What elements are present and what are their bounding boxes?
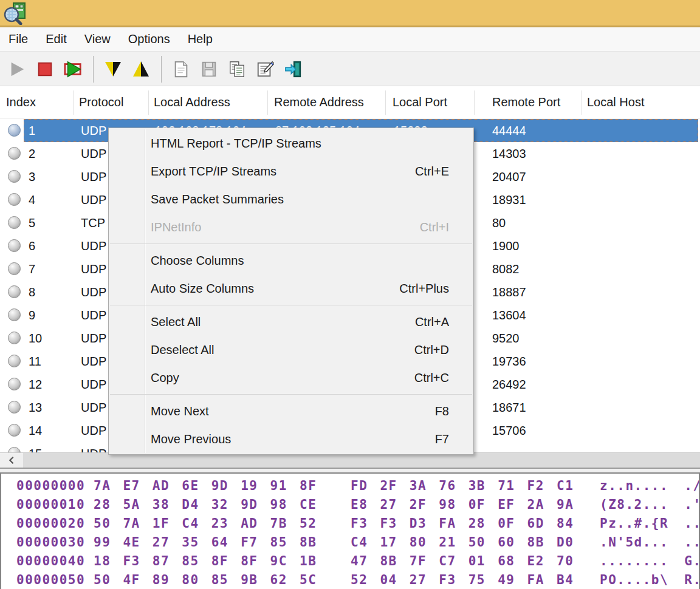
stop-capture-icon[interactable] bbox=[34, 58, 56, 80]
cell-index: 5 bbox=[29, 211, 35, 234]
toolbar-separator bbox=[161, 56, 162, 83]
hex-offset: 00000030 bbox=[16, 533, 94, 552]
run-disabled-icon[interactable] bbox=[6, 58, 28, 80]
cell-remote-port: 19736 bbox=[492, 350, 526, 373]
menu-item-label: Move Previous bbox=[151, 432, 231, 446]
filter-down-triangle-icon[interactable] bbox=[102, 58, 124, 80]
cell-remote-port: 44444 bbox=[492, 119, 526, 142]
cell-index: 13 bbox=[29, 396, 42, 419]
context-menu-item-move-next[interactable]: Move NextF8 bbox=[109, 397, 473, 425]
column-separator[interactable] bbox=[267, 90, 268, 115]
cell-remote-port: 20407 bbox=[492, 165, 526, 188]
packet-icon bbox=[8, 378, 21, 390]
cell-protocol: UDP bbox=[81, 119, 106, 142]
start-capture-icon[interactable] bbox=[62, 58, 84, 80]
column-header-local-address[interactable]: Local Address bbox=[154, 86, 230, 118]
filter-up-triangle-icon[interactable] bbox=[130, 58, 152, 80]
column-separator[interactable] bbox=[582, 90, 582, 115]
context-menu-item-deselect-all[interactable]: Deselect AllCtrl+D bbox=[109, 336, 473, 364]
menu-help[interactable]: Help bbox=[188, 32, 213, 46]
menu-item-label: Select All bbox=[151, 315, 201, 329]
hex-ascii: z..n.... ./:v;q.. bbox=[600, 477, 700, 495]
cell-index: 2 bbox=[29, 142, 35, 165]
hex-ascii: .N'5d... ...!P`.. bbox=[600, 533, 700, 552]
menu-options[interactable]: Options bbox=[128, 32, 170, 46]
cell-index: 7 bbox=[29, 257, 35, 281]
menu-bar: FileEditViewOptionsHelp bbox=[0, 27, 700, 52]
cell-index: 10 bbox=[29, 327, 42, 350]
packet-icon bbox=[8, 193, 21, 206]
context-menu-item-ipnetinfo[interactable]: IPNetInfoCtrl+I bbox=[109, 213, 473, 241]
properties-icon[interactable] bbox=[254, 58, 276, 80]
column-header-remote-address[interactable]: Remote Address bbox=[274, 86, 364, 118]
column-separator[interactable] bbox=[385, 90, 386, 115]
menu-item-label: Save Packet Summaries bbox=[151, 192, 284, 206]
column-header-index[interactable]: Index bbox=[6, 86, 36, 118]
hex-bytes: C4 17 80 21 50 60 8B D0 bbox=[351, 533, 600, 552]
hex-view-lines: 000000007A E7 AD 6E 9D 19 91 8FFD 2F 3A … bbox=[1, 474, 699, 589]
menu-separator bbox=[109, 241, 473, 247]
cell-protocol: UDP bbox=[81, 327, 106, 350]
context-menu-item-copy[interactable]: CopyCtrl+C bbox=[109, 364, 473, 392]
column-header-protocol[interactable]: Protocol bbox=[79, 86, 123, 118]
packet-icon bbox=[8, 332, 21, 344]
toolbar-separator bbox=[93, 56, 94, 83]
list-header: IndexProtocolLocal AddressRemote Address… bbox=[0, 86, 700, 119]
menu-separator bbox=[109, 392, 473, 397]
menu-item-shortcut: Ctrl+C bbox=[414, 371, 449, 385]
cell-protocol: UDP bbox=[81, 373, 106, 396]
cell-protocol: UDP bbox=[81, 419, 106, 442]
menu-item-label: Deselect All bbox=[151, 343, 214, 357]
hex-offset: 00000010 bbox=[16, 495, 94, 514]
cell-index: 12 bbox=[29, 373, 42, 396]
cell-protocol: UDP bbox=[81, 142, 106, 165]
hex-offset: 00000050 bbox=[16, 571, 94, 589]
menu-item-shortcut: F8 bbox=[435, 404, 449, 418]
context-menu-item-export-tcp-ip-streams[interactable]: Export TCP/IP StreamsCtrl+E bbox=[109, 157, 473, 185]
hex-offset: 00000020 bbox=[16, 514, 94, 533]
packet-icon bbox=[8, 447, 21, 452]
chevron-left-icon bbox=[7, 455, 16, 465]
menu-item-label: HTML Report - TCP/IP Streams bbox=[151, 137, 321, 151]
column-header-remote-port[interactable]: Remote Port bbox=[492, 86, 560, 118]
context-menu-item-html-report-tcp-ip-streams[interactable]: HTML Report - TCP/IP Streams bbox=[109, 129, 473, 157]
title-bar[interactable] bbox=[0, 0, 700, 27]
menu-file[interactable]: File bbox=[9, 32, 28, 46]
column-header-local-port[interactable]: Local Port bbox=[393, 86, 447, 118]
hex-bytes: 18 F3 87 85 8F 8F 9C 1B bbox=[94, 552, 351, 571]
column-header-local-host[interactable]: Local Host bbox=[587, 86, 645, 118]
cell-protocol: UDP bbox=[81, 350, 106, 373]
menu-separator bbox=[109, 302, 473, 308]
menu-item-label: Choose Columns bbox=[151, 254, 244, 268]
context-menu-item-choose-columns[interactable]: Choose Columns bbox=[109, 247, 473, 274]
context-menu-item-select-all[interactable]: Select AllCtrl+A bbox=[109, 308, 473, 336]
new-document-icon[interactable] bbox=[170, 58, 192, 80]
context-menu-item-move-previous[interactable]: Move PreviousF7 bbox=[109, 425, 473, 453]
cell-protocol: UDP bbox=[81, 188, 106, 211]
cell-remote-port: 26492 bbox=[492, 373, 526, 396]
scroll-left-button[interactable] bbox=[0, 453, 23, 468]
menu-view[interactable]: View bbox=[84, 32, 111, 46]
packet-icon bbox=[8, 285, 21, 298]
context-menu-item-auto-size-columns[interactable]: Auto Size ColumnsCtrl+Plus bbox=[109, 274, 473, 302]
menu-item-shortcut: Ctrl+Plus bbox=[399, 282, 449, 296]
hex-offset: 00000040 bbox=[16, 552, 94, 571]
hex-line: 0000002050 7A 1F C4 23 AD 7B 52F3 F3 D3 … bbox=[1, 514, 699, 533]
hex-bytes: 47 8B 7F C7 01 68 E2 70 bbox=[351, 552, 600, 571]
cell-remote-port: 18931 bbox=[492, 188, 526, 211]
context-menu-item-save-packet-summaries[interactable]: Save Packet Summaries bbox=[109, 185, 473, 213]
toolbar bbox=[0, 52, 700, 86]
copy-icon[interactable] bbox=[226, 58, 248, 80]
cell-remote-port: 14303 bbox=[492, 142, 526, 165]
hex-line: 0000001028 5A 38 D4 32 9D 98 CEE8 27 2F … bbox=[1, 495, 699, 514]
column-separator[interactable] bbox=[148, 90, 149, 115]
cell-protocol: UDP bbox=[81, 281, 106, 304]
cell-remote-port: 1900 bbox=[492, 234, 520, 257]
save-disabled-icon[interactable] bbox=[198, 58, 220, 80]
exit-icon[interactable] bbox=[282, 58, 304, 80]
column-separator[interactable] bbox=[73, 90, 74, 115]
column-separator[interactable] bbox=[474, 90, 475, 115]
packet-icon bbox=[8, 216, 21, 229]
packet-icon bbox=[8, 124, 21, 137]
menu-edit[interactable]: Edit bbox=[46, 32, 66, 46]
